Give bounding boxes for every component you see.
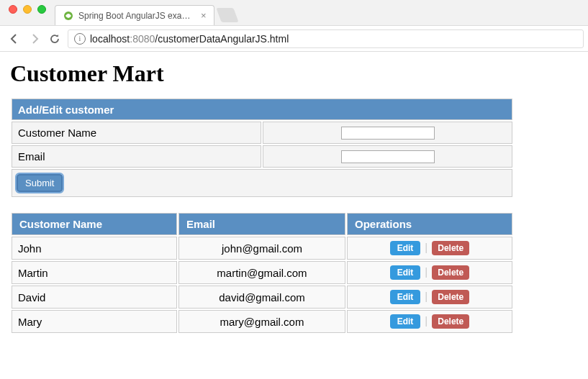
window-controls <box>0 5 55 21</box>
minimize-window-icon[interactable] <box>23 5 32 14</box>
delete-button[interactable]: Delete <box>432 241 469 255</box>
browser-address-bar: i localhost:8080/customerDataAngularJS.h… <box>0 26 588 52</box>
url-input[interactable]: i localhost:8080/customerDataAngularJS.h… <box>68 29 584 48</box>
reload-button[interactable] <box>45 29 65 49</box>
table-row: Marymary@gmail.comEdit|Delete <box>12 310 512 333</box>
col-header-name: Customer Name <box>12 213 177 235</box>
browser-tab-bar: Spring Boot AngularJS examp × <box>0 0 588 26</box>
table-row: Daviddavid@gmail.comEdit|Delete <box>12 286 512 309</box>
cell-email: john@gmail.com <box>178 237 345 260</box>
col-header-ops: Operations <box>347 213 512 235</box>
close-window-icon[interactable] <box>9 5 17 14</box>
new-tab-button[interactable] <box>216 8 238 22</box>
edit-button[interactable]: Edit <box>390 241 421 255</box>
email-label: Email <box>12 145 261 168</box>
cell-name: John <box>12 237 177 260</box>
email-input[interactable] <box>341 150 435 163</box>
cell-ops: Edit|Delete <box>347 310 512 333</box>
delete-button[interactable]: Delete <box>432 314 469 329</box>
cell-email: martin@gmail.com <box>178 261 345 284</box>
table-row: Martinmartin@gmail.comEdit|Delete <box>12 261 512 284</box>
cell-ops: Edit|Delete <box>347 237 512 260</box>
url-path: /customerDataAngularJS.html <box>155 33 289 45</box>
delete-button[interactable]: Delete <box>432 265 469 280</box>
edit-button[interactable]: Edit <box>390 314 421 329</box>
separator: | <box>425 314 428 327</box>
forward-button <box>24 29 45 49</box>
edit-button[interactable]: Edit <box>390 265 421 280</box>
submit-button[interactable]: Submit <box>17 174 63 192</box>
cell-name: Martin <box>12 261 177 284</box>
favicon-icon <box>63 10 74 22</box>
cell-email: mary@gmail.com <box>178 310 345 333</box>
edit-button[interactable]: Edit <box>390 290 421 304</box>
site-info-icon[interactable]: i <box>74 33 86 45</box>
name-input[interactable] <box>341 127 435 140</box>
close-tab-icon[interactable]: × <box>201 10 207 21</box>
back-button[interactable] <box>4 29 24 49</box>
table-row: Johnjohn@gmail.comEdit|Delete <box>12 237 512 260</box>
delete-button[interactable]: Delete <box>432 290 469 304</box>
cell-name: Mary <box>12 310 177 333</box>
customer-table: Customer Name Email Operations Johnjohn@… <box>10 211 514 334</box>
separator: | <box>425 241 428 253</box>
page-content: Customer Mart Add/Edit customer Customer… <box>0 52 588 343</box>
url-port: :8080 <box>130 33 155 45</box>
separator: | <box>425 290 428 302</box>
cell-ops: Edit|Delete <box>347 261 512 284</box>
maximize-window-icon[interactable] <box>37 5 46 14</box>
tab-title: Spring Boot AngularJS examp <box>78 11 194 21</box>
form-header: Add/Edit customer <box>12 99 512 120</box>
url-host: localhost <box>90 33 130 45</box>
cell-ops: Edit|Delete <box>347 286 512 309</box>
customer-form: Add/Edit customer Customer Name Email Su… <box>10 97 514 198</box>
browser-tab[interactable]: Spring Boot AngularJS examp × <box>55 5 214 25</box>
col-header-email: Email <box>178 213 345 235</box>
page-title: Customer Mart <box>10 60 578 87</box>
cell-name: David <box>12 286 177 309</box>
name-label: Customer Name <box>12 122 261 144</box>
separator: | <box>425 265 428 278</box>
cell-email: david@gmail.com <box>178 286 345 309</box>
